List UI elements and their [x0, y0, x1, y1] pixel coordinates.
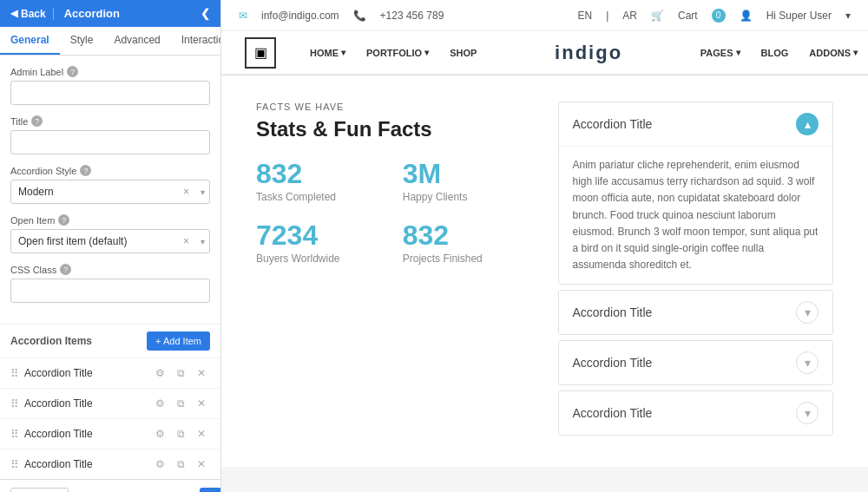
- close-button[interactable]: ✕ Close: [10, 488, 69, 493]
- accordion-display-header-2[interactable]: Accordion Title ▾: [559, 341, 833, 384]
- admin-label-label: Admin Label ?: [10, 66, 210, 77]
- item-actions-1: ⚙ ⧉ ✕: [151, 395, 210, 412]
- desktop-device-button[interactable]: 🖥: [69, 489, 89, 493]
- list-item: ⠿ Accordion Title ⚙ ⧉ ✕: [0, 449, 220, 479]
- item-delete-icon-3[interactable]: ✕: [193, 456, 210, 473]
- css-class-help-icon[interactable]: ?: [60, 264, 71, 275]
- drag-handle-icon[interactable]: ⠿: [10, 428, 19, 441]
- accordion-style-field: Accordion Style ? Modern × ▾: [10, 165, 210, 204]
- title-field: Title ?: [10, 115, 210, 154]
- title-input[interactable]: [10, 130, 210, 154]
- nav-item-blog[interactable]: BLOG: [751, 31, 799, 74]
- drag-handle-icon[interactable]: ⠿: [10, 397, 19, 410]
- user-dropdown-icon: ▾: [845, 10, 851, 22]
- back-label: Back: [21, 8, 46, 20]
- stat-number-1: 3M: [403, 159, 532, 189]
- item-delete-icon-2[interactable]: ✕: [193, 425, 210, 443]
- add-item-button[interactable]: + Add Item: [147, 331, 210, 351]
- lang-ar[interactable]: AR: [622, 10, 637, 22]
- site-nav-items: HOME ▾ PORTFOLIO ▾ SHOP indigo PAGES ▾: [299, 31, 868, 74]
- undo-button[interactable]: ↩: [144, 489, 165, 493]
- accordion-style-arrow-icon: ▾: [201, 187, 205, 197]
- accordion-toggle-down-icon-1[interactable]: ▾: [796, 301, 819, 324]
- accordion-display-header-3[interactable]: Accordion Title ▾: [559, 391, 833, 435]
- accordion-toggle-down-icon-3[interactable]: ▾: [796, 402, 819, 424]
- open-item-field: Open Item ? Open first item (default) × …: [10, 214, 210, 253]
- accordion-display-title-0: Accordion Title: [573, 117, 653, 131]
- accordion-toggle-up-icon-0[interactable]: ▴: [796, 113, 819, 135]
- item-settings-icon-2[interactable]: ⚙: [151, 425, 168, 443]
- cart-label[interactable]: Cart: [678, 10, 698, 22]
- drag-handle-icon[interactable]: ⠿: [10, 458, 19, 471]
- nav-addons-chevron-icon: ▾: [853, 48, 858, 57]
- user-icon: 👤: [740, 10, 753, 22]
- lang-separator: |: [606, 10, 608, 22]
- nav-item-portfolio[interactable]: PORTFOLIO ▾: [356, 31, 439, 74]
- nav-home-chevron-icon: ▾: [341, 48, 345, 57]
- accordion-display-section: Accordion Title ▴ Anim pariatur cliche r…: [558, 102, 834, 441]
- stat-item-1: 3M Happy Clients: [403, 159, 532, 203]
- accordion-item-list: ⠿ Accordion Title ⚙ ⧉ ✕ ⠿ Accordion Titl…: [0, 358, 220, 479]
- redo-button[interactable]: ↪: [172, 489, 193, 493]
- item-actions-3: ⚙ ⧉ ✕: [151, 456, 210, 473]
- back-button[interactable]: ◀ Back: [10, 8, 54, 20]
- item-title-1: Accordion Title: [24, 397, 146, 410]
- stat-label-2: Buyers Worldwide: [256, 253, 385, 265]
- open-item-select[interactable]: Open first item (default): [10, 229, 210, 253]
- panel-header: ◀ Back Accordion ❮: [0, 0, 220, 27]
- item-copy-icon-1[interactable]: ⧉: [172, 395, 189, 412]
- admin-label-input[interactable]: [10, 81, 210, 105]
- stats-grid: 832 Tasks Completed 3M Happy Clients 723…: [256, 159, 532, 265]
- accordion-style-clear-icon[interactable]: ×: [183, 186, 189, 198]
- tab-advanced[interactable]: Advanced: [103, 27, 170, 55]
- nav-item-home[interactable]: HOME ▾: [299, 31, 356, 74]
- cart-icon: 🛒: [651, 10, 664, 22]
- drag-handle-icon[interactable]: ⠿: [10, 367, 19, 380]
- list-item: ⠿ Accordion Title ⚙ ⧉ ✕: [0, 358, 220, 388]
- tab-style[interactable]: Style: [60, 27, 104, 55]
- user-label[interactable]: Hi Super User: [766, 10, 832, 22]
- site-topbar: ✉ info@indigo.com 📞 +123 456 789 EN | AR…: [221, 0, 868, 31]
- item-settings-icon-1[interactable]: ⚙: [151, 395, 168, 412]
- nav-item-pages[interactable]: PAGES ▾: [690, 31, 751, 74]
- item-delete-icon-1[interactable]: ✕: [193, 395, 210, 412]
- title-help-icon[interactable]: ?: [31, 115, 43, 127]
- stat-number-0: 832: [256, 159, 385, 189]
- admin-label-field: Admin Label ?: [10, 66, 210, 105]
- accordion-style-select[interactable]: Modern: [10, 180, 210, 204]
- item-copy-icon-0[interactable]: ⧉: [172, 364, 189, 382]
- collapse-icon[interactable]: ❮: [201, 7, 210, 20]
- stat-item-0: 832 Tasks Completed: [256, 159, 385, 203]
- panel-title: Accordion: [64, 7, 120, 20]
- nav-item-addons[interactable]: ADDONS ▾: [799, 31, 868, 74]
- facts-tag: FACTS WE HAVE: [256, 102, 532, 112]
- accordion-display-item-0: Accordion Title ▴ Anim pariatur cliche r…: [558, 102, 834, 285]
- stat-number-2: 7234: [256, 220, 385, 251]
- bottom-bar: ✕ Close 🖥 ▭ ▯ ↩ ↪ Save: [0, 479, 220, 492]
- item-actions-2: ⚙ ⧉ ✕: [151, 425, 210, 443]
- nav-item-shop[interactable]: SHOP: [439, 31, 487, 74]
- phone-icon: 📞: [353, 10, 366, 22]
- accordion-display-title-2: Accordion Title: [573, 356, 653, 370]
- item-delete-icon-0[interactable]: ✕: [193, 364, 210, 382]
- save-button[interactable]: Save: [200, 488, 221, 493]
- accordion-display-item-1: Accordion Title ▾: [558, 290, 834, 335]
- open-item-help-icon[interactable]: ?: [58, 214, 69, 226]
- accordion-display-header-0[interactable]: Accordion Title ▴: [559, 102, 833, 146]
- lang-en[interactable]: EN: [578, 10, 593, 22]
- item-copy-icon-2[interactable]: ⧉: [172, 425, 189, 443]
- item-copy-icon-3[interactable]: ⧉: [172, 456, 189, 473]
- accordion-style-help-icon[interactable]: ?: [80, 165, 91, 176]
- open-item-select-wrap: Open first item (default) × ▾: [10, 229, 210, 253]
- accordion-toggle-down-icon-2[interactable]: ▾: [796, 351, 819, 374]
- accordion-display-header-1[interactable]: Accordion Title ▾: [559, 291, 833, 334]
- item-settings-icon-3[interactable]: ⚙: [151, 456, 168, 473]
- open-item-clear-icon[interactable]: ×: [183, 235, 189, 247]
- item-settings-icon-0[interactable]: ⚙: [151, 364, 168, 382]
- admin-label-help-icon[interactable]: ?: [67, 66, 78, 77]
- css-class-input[interactable]: [10, 279, 210, 303]
- tab-general[interactable]: General: [0, 27, 60, 55]
- css-class-field: CSS Class ?: [10, 264, 210, 303]
- tab-interaction[interactable]: Interaction: [171, 27, 221, 55]
- site-logo-text: indigo: [555, 42, 622, 64]
